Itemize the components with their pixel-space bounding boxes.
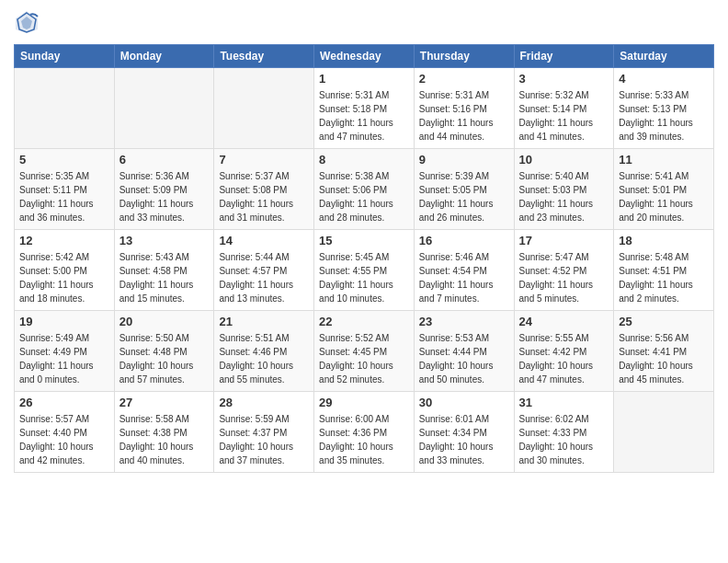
weekday-header-friday: Friday xyxy=(514,45,614,68)
weekday-header-thursday: Thursday xyxy=(414,45,514,68)
day-info: Sunrise: 5:48 AM Sunset: 4:51 PM Dayligh… xyxy=(619,250,709,305)
calendar-cell: 6Sunrise: 5:36 AM Sunset: 5:09 PM Daylig… xyxy=(114,149,214,230)
calendar-cell: 13Sunrise: 5:43 AM Sunset: 4:58 PM Dayli… xyxy=(114,230,214,311)
day-info: Sunrise: 5:57 AM Sunset: 4:40 PM Dayligh… xyxy=(19,412,109,467)
calendar-week-5: 26Sunrise: 5:57 AM Sunset: 4:40 PM Dayli… xyxy=(15,392,714,473)
calendar-cell: 14Sunrise: 5:44 AM Sunset: 4:57 PM Dayli… xyxy=(214,230,314,311)
calendar-cell: 15Sunrise: 5:45 AM Sunset: 4:55 PM Dayli… xyxy=(314,230,415,311)
day-info: Sunrise: 5:39 AM Sunset: 5:05 PM Dayligh… xyxy=(419,169,509,224)
calendar-week-4: 19Sunrise: 5:49 AM Sunset: 4:49 PM Dayli… xyxy=(15,311,714,392)
day-number: 18 xyxy=(619,234,709,247)
calendar-cell: 24Sunrise: 5:55 AM Sunset: 4:42 PM Dayli… xyxy=(514,311,614,392)
day-info: Sunrise: 5:32 AM Sunset: 5:14 PM Dayligh… xyxy=(519,88,609,144)
day-number: 11 xyxy=(619,153,709,167)
day-number: 28 xyxy=(219,396,309,409)
day-number: 24 xyxy=(519,315,609,328)
calendar-cell: 10Sunrise: 5:40 AM Sunset: 5:03 PM Dayli… xyxy=(514,149,614,230)
calendar-cell: 1Sunrise: 5:31 AM Sunset: 5:18 PM Daylig… xyxy=(314,68,415,149)
day-number: 31 xyxy=(519,396,609,409)
calendar-cell: 31Sunrise: 6:02 AM Sunset: 4:33 PM Dayli… xyxy=(514,392,614,473)
day-info: Sunrise: 5:36 AM Sunset: 5:09 PM Dayligh… xyxy=(119,169,210,224)
day-number: 13 xyxy=(119,234,210,247)
day-number: 21 xyxy=(219,315,309,328)
calendar-week-3: 12Sunrise: 5:42 AM Sunset: 5:00 PM Dayli… xyxy=(15,230,714,311)
calendar-cell: 12Sunrise: 5:42 AM Sunset: 5:00 PM Dayli… xyxy=(15,230,115,311)
weekday-header-wednesday: Wednesday xyxy=(314,45,415,68)
weekday-header-saturday: Saturday xyxy=(614,45,714,68)
day-info: Sunrise: 5:38 AM Sunset: 5:06 PM Dayligh… xyxy=(319,169,409,224)
day-info: Sunrise: 5:50 AM Sunset: 4:48 PM Dayligh… xyxy=(119,331,210,386)
calendar-cell xyxy=(114,68,214,149)
day-number: 23 xyxy=(419,315,509,328)
day-number: 9 xyxy=(419,153,509,167)
weekday-header-tuesday: Tuesday xyxy=(214,45,314,68)
calendar-cell xyxy=(614,392,714,473)
day-info: Sunrise: 5:52 AM Sunset: 4:45 PM Dayligh… xyxy=(319,331,409,386)
day-number: 2 xyxy=(419,72,509,86)
calendar-cell: 21Sunrise: 5:51 AM Sunset: 4:46 PM Dayli… xyxy=(214,311,314,392)
calendar-cell: 28Sunrise: 5:59 AM Sunset: 4:37 PM Dayli… xyxy=(214,392,314,473)
day-info: Sunrise: 5:56 AM Sunset: 4:41 PM Dayligh… xyxy=(619,331,709,386)
day-info: Sunrise: 5:41 AM Sunset: 5:01 PM Dayligh… xyxy=(619,169,709,224)
calendar-cell: 20Sunrise: 5:50 AM Sunset: 4:48 PM Dayli… xyxy=(114,311,214,392)
day-number: 17 xyxy=(519,234,609,247)
calendar-cell: 11Sunrise: 5:41 AM Sunset: 5:01 PM Dayli… xyxy=(614,149,714,230)
calendar: SundayMondayTuesdayWednesdayThursdayFrid… xyxy=(14,44,714,473)
calendar-cell: 3Sunrise: 5:32 AM Sunset: 5:14 PM Daylig… xyxy=(514,68,614,149)
day-info: Sunrise: 5:59 AM Sunset: 4:37 PM Dayligh… xyxy=(219,412,309,467)
day-number: 5 xyxy=(19,153,109,167)
day-number: 8 xyxy=(319,153,409,167)
calendar-cell: 5Sunrise: 5:35 AM Sunset: 5:11 PM Daylig… xyxy=(15,149,115,230)
calendar-cell: 23Sunrise: 5:53 AM Sunset: 4:44 PM Dayli… xyxy=(414,311,514,392)
weekday-header-monday: Monday xyxy=(114,45,214,68)
day-number: 7 xyxy=(219,153,309,167)
day-info: Sunrise: 5:33 AM Sunset: 5:13 PM Dayligh… xyxy=(619,88,709,144)
day-number: 4 xyxy=(619,72,709,86)
calendar-week-1: 1Sunrise: 5:31 AM Sunset: 5:18 PM Daylig… xyxy=(15,68,714,149)
day-info: Sunrise: 5:42 AM Sunset: 5:00 PM Dayligh… xyxy=(19,250,109,305)
day-info: Sunrise: 6:02 AM Sunset: 4:33 PM Dayligh… xyxy=(519,412,609,467)
calendar-cell: 30Sunrise: 6:01 AM Sunset: 4:34 PM Dayli… xyxy=(414,392,514,473)
day-info: Sunrise: 5:40 AM Sunset: 5:03 PM Dayligh… xyxy=(519,169,609,224)
calendar-cell: 29Sunrise: 6:00 AM Sunset: 4:36 PM Dayli… xyxy=(314,392,415,473)
day-info: Sunrise: 5:37 AM Sunset: 5:08 PM Dayligh… xyxy=(219,169,309,224)
day-info: Sunrise: 6:00 AM Sunset: 4:36 PM Dayligh… xyxy=(319,412,409,467)
day-info: Sunrise: 5:44 AM Sunset: 4:57 PM Dayligh… xyxy=(219,250,309,305)
day-number: 6 xyxy=(119,153,210,167)
day-number: 14 xyxy=(219,234,309,247)
day-number: 3 xyxy=(519,72,609,86)
day-number: 29 xyxy=(319,396,409,409)
calendar-cell: 19Sunrise: 5:49 AM Sunset: 4:49 PM Dayli… xyxy=(15,311,115,392)
calendar-cell xyxy=(15,68,115,149)
day-number: 10 xyxy=(519,153,609,167)
calendar-cell: 26Sunrise: 5:57 AM Sunset: 4:40 PM Dayli… xyxy=(15,392,115,473)
day-info: Sunrise: 5:31 AM Sunset: 5:16 PM Dayligh… xyxy=(419,88,509,144)
day-number: 19 xyxy=(19,315,109,328)
calendar-cell: 27Sunrise: 5:58 AM Sunset: 4:38 PM Dayli… xyxy=(114,392,214,473)
day-info: Sunrise: 5:51 AM Sunset: 4:46 PM Dayligh… xyxy=(219,331,309,386)
day-info: Sunrise: 5:58 AM Sunset: 4:38 PM Dayligh… xyxy=(119,412,210,467)
day-number: 1 xyxy=(319,72,409,86)
day-info: Sunrise: 5:46 AM Sunset: 4:54 PM Dayligh… xyxy=(419,250,509,305)
header xyxy=(14,9,714,35)
day-number: 22 xyxy=(319,315,409,328)
day-info: Sunrise: 5:47 AM Sunset: 4:52 PM Dayligh… xyxy=(519,250,609,305)
calendar-cell: 18Sunrise: 5:48 AM Sunset: 4:51 PM Dayli… xyxy=(614,230,714,311)
day-number: 30 xyxy=(419,396,509,409)
day-number: 26 xyxy=(19,396,109,409)
day-number: 15 xyxy=(319,234,409,247)
day-info: Sunrise: 5:55 AM Sunset: 4:42 PM Dayligh… xyxy=(519,331,609,386)
day-number: 20 xyxy=(119,315,210,328)
logo xyxy=(14,9,43,35)
day-info: Sunrise: 5:53 AM Sunset: 4:44 PM Dayligh… xyxy=(419,331,509,386)
day-info: Sunrise: 5:49 AM Sunset: 4:49 PM Dayligh… xyxy=(19,331,109,386)
calendar-cell: 4Sunrise: 5:33 AM Sunset: 5:13 PM Daylig… xyxy=(614,68,714,149)
calendar-cell: 25Sunrise: 5:56 AM Sunset: 4:41 PM Dayli… xyxy=(614,311,714,392)
calendar-cell: 7Sunrise: 5:37 AM Sunset: 5:08 PM Daylig… xyxy=(214,149,314,230)
calendar-cell: 22Sunrise: 5:52 AM Sunset: 4:45 PM Dayli… xyxy=(314,311,415,392)
day-number: 27 xyxy=(119,396,210,409)
calendar-cell: 8Sunrise: 5:38 AM Sunset: 5:06 PM Daylig… xyxy=(314,149,415,230)
calendar-cell: 9Sunrise: 5:39 AM Sunset: 5:05 PM Daylig… xyxy=(414,149,514,230)
day-number: 25 xyxy=(619,315,709,328)
page: SundayMondayTuesdayWednesdayThursdayFrid… xyxy=(0,0,728,563)
